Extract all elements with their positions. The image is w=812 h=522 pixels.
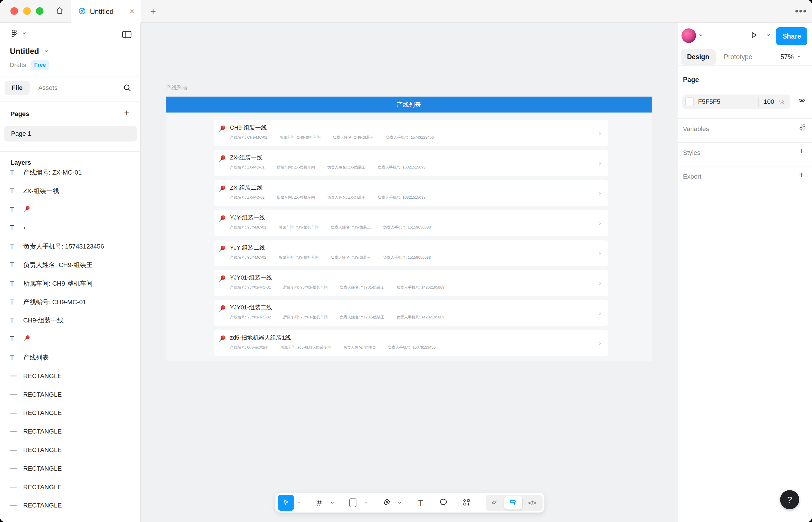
pushpin-icon: [218, 334, 226, 344]
user-avatar[interactable]: [682, 28, 696, 43]
zoom-window-button[interactable]: [36, 7, 43, 15]
dev-mode-button[interactable]: </>: [524, 495, 540, 511]
opacity-field[interactable]: 100: [764, 98, 774, 105]
home-button[interactable]: [52, 4, 67, 18]
add-export-button[interactable]: +: [799, 170, 804, 180]
design-frame[interactable]: 产线列表 CH9-组装一线产线编号: CH9-MC-01所属车间: CH9-整机…: [166, 97, 652, 361]
layer-row-text[interactable]: TZX-组装一线: [0, 182, 140, 200]
file-tab[interactable]: Untitled ✕: [71, 0, 141, 23]
draw-annotate-button[interactable]: [486, 495, 503, 511]
card-meta-row: 产线编号: ZX-MC-02所属车间: ZX-整机车间负责人姓名: ZX-组装王…: [230, 195, 425, 200]
tab-design[interactable]: Design: [681, 49, 716, 65]
new-tab-button[interactable]: +: [147, 5, 160, 17]
add-style-button[interactable]: +: [799, 146, 804, 156]
help-button[interactable]: ?: [780, 490, 799, 509]
production-line-card[interactable]: zd5-扫地机器人组装1线产线编号: 6uvwnx02nk所属车间: zd5-机…: [214, 330, 608, 356]
layer-row-rectangle[interactable]: RECTANGLE: [0, 459, 140, 478]
layer-row-text[interactable]: T产线编号: ZX-MC-01: [0, 168, 140, 182]
layer-row-text[interactable]: TCH9-组装一线: [0, 311, 140, 330]
zoom-level-control[interactable]: 57%: [780, 53, 801, 61]
move-tool-button[interactable]: [278, 495, 294, 511]
production-line-card[interactable]: CH9-组装一线产线编号: CH9-MC-01所属车间: CH9-整机车间负责人…: [214, 120, 608, 146]
chevron-right-icon: ›: [599, 339, 601, 347]
page-section-title: Page: [683, 76, 699, 84]
card-meta-item: 产线编号: YJY-MC-01: [230, 225, 266, 230]
production-line-card[interactable]: ZX-组装二线产线编号: ZX-MC-02所属车间: ZX-整机车间负责人姓名:…: [214, 180, 608, 206]
page-list-item[interactable]: Page 1: [4, 126, 137, 142]
layer-row-text[interactable]: T负责人姓名: CH9-组装王: [0, 256, 140, 274]
toggle-sidebar-button[interactable]: [122, 30, 131, 40]
text-layer-icon: T: [10, 298, 23, 306]
layer-row-rectangle[interactable]: RECTANGLE: [0, 422, 140, 441]
layer-row-rectangle[interactable]: RECTANGLE: [0, 478, 140, 497]
plus-icon: +: [150, 5, 156, 17]
text-layer-icon: T: [10, 261, 23, 269]
sidebar-tabs: File Assets: [5, 81, 57, 95]
shapes-plus-icon: [462, 498, 471, 508]
frame-name-label[interactable]: 产线列表: [166, 84, 188, 92]
card-title: YJY-组装一线: [230, 214, 265, 222]
text-tool-button[interactable]: T: [413, 495, 429, 511]
layer-row-text[interactable]: T产线列表: [0, 348, 140, 367]
card-meta-item: 负责人姓名: YJY-组装王: [331, 225, 371, 230]
layer-row-rectangle[interactable]: RECTANGLE: [0, 385, 140, 404]
layer-row-rectangle[interactable]: RECTANGLE: [0, 515, 140, 522]
layer-name: RECTANGLE: [23, 428, 62, 435]
production-line-card[interactable]: YJY01-组装一线产线编号: YJY01-MC-01所属车间: YJY01-整…: [214, 270, 608, 296]
present-button[interactable]: [749, 31, 758, 41]
rectangle-icon: [349, 499, 357, 507]
main-menu[interactable]: [10, 29, 27, 39]
production-line-card[interactable]: ZX-组装一线产线编号: ZX-MC-01所属车间: ZX-整机车间负责人姓名:…: [214, 150, 608, 176]
search-button[interactable]: [123, 83, 131, 93]
shape-tool-button[interactable]: [345, 495, 361, 511]
frame-tool-menu[interactable]: [330, 501, 334, 506]
visibility-toggle[interactable]: [797, 97, 807, 105]
move-tool-menu[interactable]: [297, 501, 301, 506]
layer-row-rectangle[interactable]: RECTANGLE: [0, 441, 140, 459]
layer-row-rectangle[interactable]: RECTANGLE: [0, 496, 140, 515]
layer-row-text[interactable]: T: [0, 330, 140, 348]
pen-tool-button[interactable]: [379, 495, 395, 511]
layer-row-text[interactable]: T所属车间: CH9-整机车间: [0, 274, 140, 293]
text-layer-icon: T: [10, 187, 23, 195]
canvas[interactable]: 产线列表 产线列表 CH9-组装一线产线编号: CH9-MC-01所属车间: C…: [141, 23, 678, 522]
layer-row-text[interactable]: T负责人手机号: 15743123456: [0, 237, 140, 256]
divider: [678, 118, 812, 119]
add-page-button[interactable]: +: [124, 108, 129, 118]
layer-row-text[interactable]: T›: [0, 219, 140, 237]
production-line-card[interactable]: YJY01-组装二线产线编号: YJY01-MC-02所属车间: YJY01-整…: [214, 300, 608, 326]
tab-assets[interactable]: Assets: [38, 84, 57, 92]
pushpin-icon: [23, 334, 31, 344]
file-name-menu[interactable]: Untitled: [10, 47, 48, 56]
production-line-card[interactable]: YJY-组装一线产线编号: YJY-MC-01所属车间: YJY-整机车间负责人…: [214, 210, 608, 236]
share-button[interactable]: Share: [776, 27, 807, 45]
color-swatch[interactable]: [685, 97, 694, 106]
card-meta-item: 所属车间: ZX-整机车间: [277, 195, 315, 200]
comment-tool-button[interactable]: [435, 495, 451, 511]
actions-tool-button[interactable]: [459, 495, 475, 511]
shape-tool-menu[interactable]: [364, 501, 368, 506]
layer-row-rectangle[interactable]: RECTANGLE: [0, 404, 140, 422]
frame-tool-button[interactable]: #: [311, 495, 327, 511]
color-hex-field[interactable]: F5F5F5: [698, 98, 720, 105]
close-tab-icon[interactable]: ✕: [129, 7, 135, 16]
zoom-level-value: 57%: [780, 53, 794, 61]
pen-tool-menu[interactable]: [398, 501, 402, 506]
production-line-card[interactable]: YJY-组装二线产线编号: YJY-MC-02所属车间: YJY-整机车间负责人…: [214, 240, 608, 266]
frame-header-title: 产线列表: [397, 101, 421, 109]
layer-row-text[interactable]: T产线编号: CH9-MC-01: [0, 293, 140, 312]
open-variables-button[interactable]: [798, 123, 807, 133]
divider: [758, 97, 759, 107]
avatar-menu-chevron-icon[interactable]: [698, 33, 703, 39]
tab-file[interactable]: File: [5, 81, 29, 95]
inspect-mode-button[interactable]: [504, 496, 522, 509]
layer-row-text[interactable]: T: [0, 200, 140, 219]
tab-prototype[interactable]: Prototype: [724, 53, 752, 61]
chevron-right-icon: ›: [599, 309, 601, 317]
card-meta-item: 负责人手机号: 16321515093: [378, 195, 426, 200]
minimize-window-button[interactable]: [23, 7, 31, 15]
layer-row-rectangle[interactable]: RECTANGLE: [0, 367, 140, 385]
window-more-menu[interactable]: •••: [793, 4, 809, 18]
present-menu-chevron-icon[interactable]: [766, 33, 771, 39]
close-window-button[interactable]: [11, 7, 18, 15]
